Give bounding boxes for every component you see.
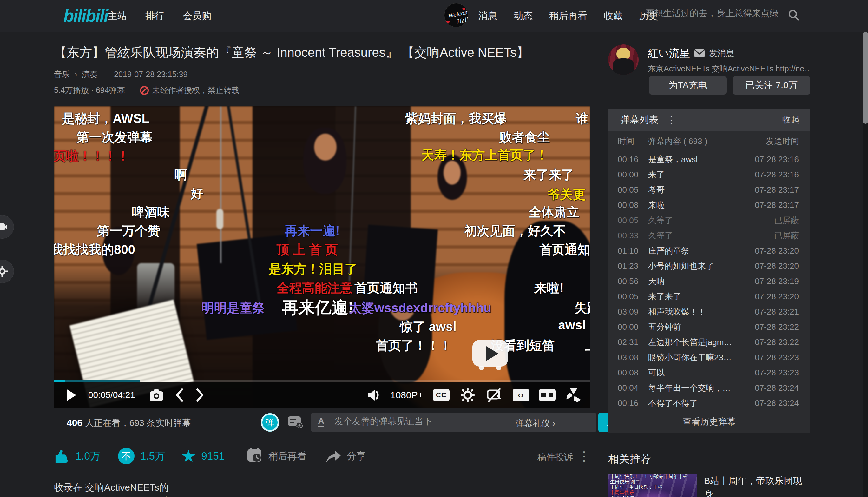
page-scrollbar-thumb[interactable] (863, 32, 868, 124)
volume-button[interactable] (366, 382, 382, 408)
danmaku-list-row[interactable]: 00:05久等了已屏蔽 (608, 213, 810, 228)
followed-button[interactable]: 已关注 7.0万 (733, 76, 810, 95)
nav-menu-item-0[interactable]: 消息 (478, 10, 497, 23)
web-fullscreen-button[interactable] (539, 382, 555, 408)
font-style-icon[interactable]: A (318, 416, 324, 427)
collection-note-clipped[interactable]: 自制系列交响编曲22 「东方交响曲18—我 (54, 495, 230, 497)
danmaku-comment: 上 (585, 337, 590, 354)
danmaku-etiquette-link[interactable]: 弹幕礼仪 › (516, 418, 555, 429)
side-float-button-player[interactable] (0, 215, 14, 239)
user-avatar[interactable]: ♥ Welcome Hall ♥ (444, 3, 468, 27)
duration: 04:21 (113, 390, 135, 400)
send-message-label: 发消息 (709, 47, 735, 59)
danmaku-list-row[interactable]: 00:08可以07-28 23:23 (608, 365, 810, 380)
nav-link-2[interactable]: 会员购 (183, 10, 211, 23)
danmaku-comment: 首页通知 (539, 241, 590, 258)
danmaku-off-button[interactable] (486, 382, 502, 408)
screenshot-button[interactable] (149, 382, 164, 408)
search-input[interactable] (645, 8, 782, 18)
danmaku-comment: 再来一遍! (285, 222, 339, 240)
danmaku-comment: 首页通知书 (355, 279, 418, 297)
report-link[interactable]: 稿件投诉 (537, 451, 573, 463)
nav-menu-item-2[interactable]: 稍后再看 (549, 10, 587, 23)
danmaku-comment: 啊 (174, 166, 187, 183)
danmaku-list-row[interactable]: 00:00来了07-28 23:16 (608, 167, 810, 182)
danmaku-list-row[interactable]: 00:05考哥07-28 23:17 (608, 182, 810, 197)
danmaku-comment: 首页了！！！ (376, 337, 452, 354)
danmaku-list-row[interactable]: 01:10庄严的童祭07-28 23:20 (608, 243, 810, 258)
share-button[interactable]: 分享 (325, 445, 366, 467)
danmaku-display-settings-button[interactable] (287, 415, 304, 430)
play-overlay-button[interactable] (473, 340, 508, 367)
panel-menu-button[interactable]: ⋮ (667, 114, 676, 125)
view-history-danmaku-link[interactable]: 查看历史弹幕 (608, 416, 810, 428)
bilibili-logo[interactable]: bilibili (63, 6, 108, 25)
danmaku-list-row[interactable]: 00:00五分钟前07-28 23:22 (608, 319, 810, 335)
progress-bar[interactable] (54, 380, 590, 382)
nav-link-0[interactable]: 主站 (108, 10, 127, 23)
section-divider (54, 473, 590, 474)
video-player[interactable]: 是秘封，AWSL紫妈封面，我买爆谁第一次发弹幕败者食尘首页啦！！！！天寿！东方上… (54, 106, 590, 408)
prev-part-button[interactable] (175, 382, 183, 408)
danmaku-list-row[interactable]: 00:16不得了不得了07-28 23:24 (608, 395, 810, 411)
time-display: 00:05 / 04:21 (88, 382, 135, 408)
danmaku-list-row[interactable]: 03:09和声我吹爆！！07-28 23:21 (608, 304, 810, 319)
charge-button[interactable]: 为TA充电 (649, 76, 726, 95)
collection-note[interactable]: 收录在 交响ActiveNEETs的 (54, 481, 169, 494)
danmaku-list-row[interactable]: 00:16是童祭，awsl07-28 23:16 (608, 152, 810, 167)
more-options-button[interactable]: ⋮ (578, 449, 590, 463)
favorite-button[interactable]: ★ 9151 (181, 445, 225, 467)
send-message-link[interactable]: 发消息 (694, 47, 735, 59)
related-video-thumbnail[interactable]: 十周年快乐！！！ 小破站十周年干杯生日快乐 谢罪十周年，生日快乐，干杯十周年快乐… (608, 473, 697, 497)
subtitles-button[interactable]: CC (433, 382, 450, 408)
collapse-panel-button[interactable]: 收起 (782, 114, 799, 125)
play-button[interactable] (67, 382, 76, 408)
danmaku-list-row[interactable]: 00:56天呐07-28 23:19 (608, 273, 810, 289)
related-heading: 相关推荐 (608, 452, 651, 467)
fan-icon (566, 387, 581, 403)
watch-later-icon (247, 448, 263, 464)
danmaku-comment: 来了来了 (523, 166, 574, 183)
player-settings-button[interactable] (461, 382, 475, 408)
danmaku-list-row[interactable]: 00:33久等了已屏蔽 (608, 228, 810, 243)
danmaku-comment: 紫妈封面，我买爆 (405, 110, 507, 127)
danmaku-comment: 是东方！泪目了 (269, 260, 357, 278)
nav-link-1[interactable]: 排行 (145, 10, 164, 23)
user-nav-menu: 消息动态稍后再看收藏历史 (478, 0, 658, 32)
quality-selector[interactable]: 1080P+ (390, 382, 423, 408)
danmaku-list-row[interactable]: 02:31左边那个长笛是jagmo跑回…07-28 23:22 (608, 335, 810, 350)
like-button[interactable]: 1.0万 (54, 445, 101, 467)
related-video-title[interactable]: B站十周年，帝玖乐团现身 演奏《入站曲2019》 (704, 474, 811, 497)
avatar-text-line2: Hall (456, 16, 468, 25)
next-part-button[interactable] (196, 382, 204, 408)
search-box (643, 6, 802, 25)
danmaku-list-row[interactable]: 00:08来啦07-28 23:17 (608, 197, 810, 213)
forbidden-icon (140, 86, 149, 95)
nav-menu-item-3[interactable]: 收藏 (604, 10, 623, 23)
fullscreen-button[interactable] (566, 382, 581, 408)
breadcrumb-subcategory[interactable]: 演奏 (82, 70, 98, 79)
danmaku-comment: 再来亿遍! (282, 297, 353, 319)
coin-icon: 不 (117, 447, 135, 465)
watch-later-label: 稍后再看 (269, 450, 306, 463)
danmaku-list-row[interactable]: 00:05来了来了07-28 23:20 (608, 289, 810, 304)
thumbnail-danmaku-text: 十周年快乐 (608, 490, 697, 495)
danmaku-comment: 明明是童祭 (201, 299, 265, 317)
coin-button[interactable]: 不 1.5万 (117, 445, 165, 467)
danmaku-toggle[interactable]: 弹 (261, 413, 279, 431)
nav-menu-item-1[interactable]: 动态 (513, 10, 533, 23)
danmaku-list-row[interactable]: 01:23小号的姐姐也来了07-28 23:20 (608, 258, 810, 273)
watch-later-button[interactable]: 稍后再看 (247, 445, 306, 467)
uploader-name[interactable]: 紅い流星 (648, 46, 690, 61)
danmaku-list-row[interactable]: 00:04每半年出一个交响，踩着点…07-28 23:24 (608, 380, 810, 395)
danmaku-input[interactable] (334, 416, 531, 427)
side-float-button-settings[interactable] (0, 260, 14, 283)
search-icon[interactable] (787, 9, 800, 22)
danmaku-send-row: 406 人正在看，693 条实时弹幕 弹 A 弹幕礼仪 › 发送 (54, 413, 590, 432)
play-icon (67, 389, 76, 401)
danmaku-list-row[interactable]: 03:08眼镜小哥你在干嘛2333307-28 23:23 (608, 350, 810, 365)
video-actions-row: 1.0万 不 1.5万 ★ 9151 稍后再看 分享 稿件投诉 ⋮ (54, 445, 590, 467)
uploader-avatar[interactable] (608, 44, 639, 75)
breadcrumb-category[interactable]: 音乐 (54, 70, 70, 79)
widescreen-button[interactable]: ‹› (513, 382, 529, 408)
